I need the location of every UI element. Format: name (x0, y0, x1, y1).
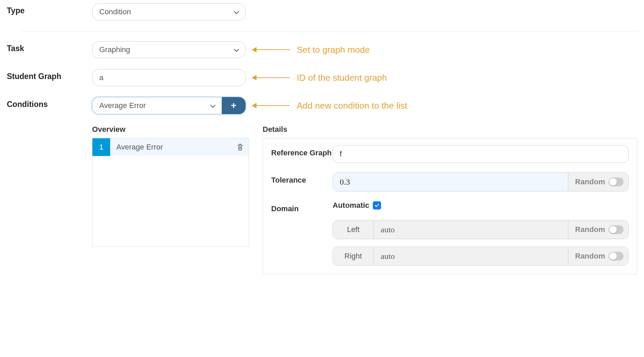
row-student-graph: Student Graph ID of the student graph (7, 69, 637, 86)
condition-select-value: Average Error (99, 101, 146, 110)
arrow-left-icon (252, 49, 290, 50)
details-section: Details Reference Graph Tolerance 0.3 Ra… (263, 125, 637, 274)
row-type: Type Condition (7, 3, 637, 20)
chevron-down-icon (234, 7, 239, 16)
overview-item-label: Average Error (110, 143, 232, 152)
domain-left-label: Left (333, 220, 374, 239)
label-reference-graph: Reference Graph (271, 145, 333, 157)
label-task: Task (7, 41, 92, 53)
details-title: Details (263, 125, 637, 134)
row-conditions: Conditions Average Error + Add new condi… (7, 97, 637, 114)
type-select-value: Condition (99, 7, 131, 16)
overview-item[interactable]: 1 Average Error (92, 138, 249, 156)
random-label: Random (575, 252, 605, 261)
domain-left-random-segment: Random (568, 220, 628, 239)
domain-left-group: Left auto Random (333, 220, 629, 239)
label-domain: Domain (271, 201, 333, 213)
student-graph-input[interactable] (92, 69, 246, 86)
overview-item-index: 1 (92, 138, 110, 156)
row-task: Task Graphing Set to graph mode (7, 41, 637, 58)
tolerance-random-segment: Random (568, 173, 628, 191)
plus-icon: + (231, 100, 236, 111)
tolerance-random-toggle[interactable] (609, 177, 624, 186)
overview-panel: 1 Average Error (92, 138, 249, 247)
chevron-down-icon (210, 101, 216, 110)
row-domain: Domain Automatic Left auto Random (271, 201, 629, 266)
lower-panels: Overview 1 Average Error Details Referen… (92, 125, 637, 274)
annotation-student-graph-text: ID of the student graph (297, 73, 387, 83)
random-label: Random (575, 177, 605, 186)
domain-left-input[interactable]: auto (374, 220, 568, 239)
check-icon (374, 203, 380, 208)
domain-right-input[interactable]: auto (374, 247, 568, 265)
label-type: Type (7, 3, 92, 15)
label-tolerance: Tolerance (271, 172, 333, 185)
row-reference-graph: Reference Graph (271, 145, 629, 163)
details-panel: Reference Graph Tolerance 0.3 Random (263, 138, 637, 274)
tolerance-input[interactable]: 0.3 (333, 173, 568, 191)
reference-graph-input[interactable] (333, 145, 629, 163)
annotation-conditions-text: Add new condition to the list (297, 100, 407, 111)
label-student-graph: Student Graph (7, 69, 92, 81)
domain-right-label: Right (333, 247, 374, 265)
annotation-student-graph: ID of the student graph (252, 73, 387, 83)
overview-section: Overview 1 Average Error (92, 125, 249, 274)
arrow-left-icon (252, 77, 290, 78)
domain-right-random-segment: Random (568, 247, 628, 265)
trash-icon (237, 143, 244, 151)
random-label: Random (575, 225, 605, 234)
add-condition-button[interactable]: + (222, 97, 246, 114)
divider (20, 31, 637, 32)
overview-title: Overview (92, 125, 249, 134)
condition-select[interactable]: Average Error (92, 97, 222, 114)
chevron-down-icon (234, 45, 239, 54)
annotation-task: Set to graph mode (252, 45, 370, 55)
arrow-left-icon (252, 105, 290, 106)
delete-condition-button[interactable] (232, 143, 249, 151)
domain-right-group: Right auto Random (333, 247, 629, 266)
domain-right-random-toggle[interactable] (609, 252, 624, 261)
domain-left-random-toggle[interactable] (609, 225, 624, 234)
task-select-value: Graphing (99, 45, 130, 54)
task-select[interactable]: Graphing (92, 41, 246, 58)
row-tolerance: Tolerance 0.3 Random (271, 172, 629, 191)
annotation-conditions: Add new condition to the list (252, 100, 407, 111)
type-select[interactable]: Condition (92, 3, 246, 20)
label-conditions: Conditions (7, 97, 92, 109)
annotation-task-text: Set to graph mode (297, 45, 370, 55)
automatic-label: Automatic (333, 201, 369, 210)
automatic-checkbox[interactable] (373, 201, 381, 209)
